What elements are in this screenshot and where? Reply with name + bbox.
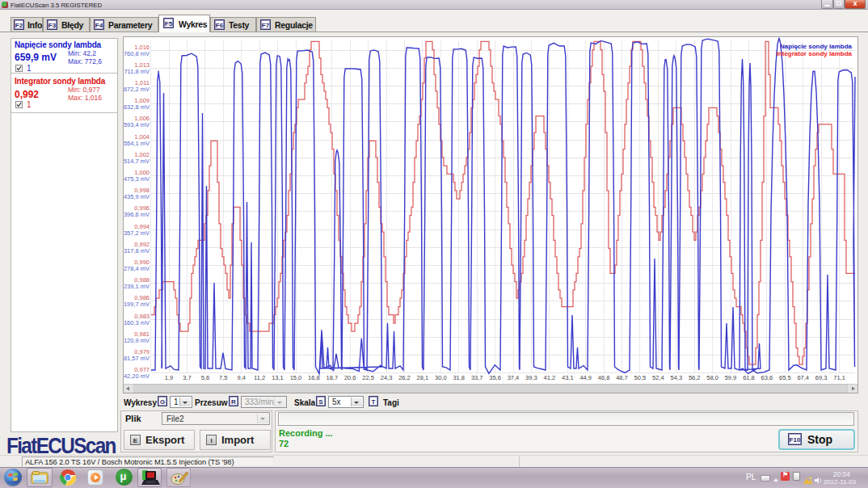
svg-text:Integrator sondy lambda: Integrator sondy lambda [777,50,853,57]
svg-text:160,3 mV: 160,3 mV [124,319,150,326]
svg-text:18,7: 18,7 [326,374,338,381]
svg-text:33,7: 33,7 [471,374,483,381]
svg-text:48,7: 48,7 [616,374,628,381]
svg-text:711,8 mV: 711,8 mV [124,68,150,75]
svg-text:65,5: 65,5 [779,374,791,381]
svg-text:357,2 mV: 357,2 mV [124,229,150,237]
svg-text:760,8 mV: 760,8 mV [124,50,150,57]
svg-text:41,2: 41,2 [543,374,555,381]
svg-text:42,20 mV: 42,20 mV [124,372,150,380]
svg-text:50,5: 50,5 [634,374,647,381]
svg-text:61,8: 61,8 [743,374,755,381]
svg-text:30,0: 30,0 [435,374,447,381]
svg-text:20,6: 20,6 [344,374,356,381]
svg-text:16,8: 16,8 [308,374,320,381]
svg-text:56,2: 56,2 [689,374,701,381]
svg-text:35,6: 35,6 [489,374,501,381]
svg-text:69,3: 69,3 [815,374,828,381]
svg-text:46,8: 46,8 [598,374,610,381]
svg-text:58,0: 58,0 [706,374,718,381]
svg-text:317,8 mV: 317,8 mV [124,247,150,255]
svg-text:3,7: 3,7 [183,374,191,381]
svg-text:Napięcie sondy lambda: Napięcie sondy lambda [780,43,852,50]
svg-text:43,1: 43,1 [562,374,574,381]
svg-text:15,0: 15,0 [290,374,302,381]
svg-text:71,1: 71,1 [833,374,845,381]
svg-text:44,9: 44,9 [579,374,592,381]
svg-text:67,4: 67,4 [797,374,809,381]
svg-text:475,3 mV: 475,3 mV [124,175,150,183]
svg-text:81,57 mV: 81,57 mV [124,355,150,362]
svg-text:24,3: 24,3 [381,374,393,381]
svg-text:593,4 mV: 593,4 mV [124,121,150,128]
svg-text:5,6: 5,6 [201,374,209,381]
svg-text:37,4: 37,4 [508,374,520,381]
svg-text:672,2 mV: 672,2 mV [124,86,150,93]
svg-text:239,1 mV: 239,1 mV [124,283,150,290]
svg-text:39,3: 39,3 [525,374,537,381]
svg-text:31,8: 31,8 [453,374,465,381]
svg-text:278,4 mV: 278,4 mV [124,265,150,272]
svg-text:59,9: 59,9 [725,374,737,381]
svg-text:632,8 mV: 632,8 mV [124,103,150,111]
svg-text:52,4: 52,4 [652,374,664,381]
svg-text:120,9 mV: 120,9 mV [124,337,150,344]
svg-text:396,6 mV: 396,6 mV [124,211,150,218]
svg-text:22,5: 22,5 [362,374,374,381]
svg-text:13,1: 13,1 [272,374,284,381]
svg-text:1,9: 1,9 [165,374,173,381]
svg-text:7,5: 7,5 [219,374,227,381]
svg-text:26,2: 26,2 [398,374,411,381]
svg-text:63,6: 63,6 [761,374,773,381]
svg-text:435,9 mV: 435,9 mV [124,193,150,200]
svg-text:9,4: 9,4 [237,374,245,381]
svg-text:199,7 mV: 199,7 mV [124,301,150,308]
svg-text:11,2: 11,2 [254,374,265,381]
svg-text:514,7 mV: 514,7 mV [124,158,150,165]
svg-text:54,3: 54,3 [670,374,682,381]
svg-text:554,1 mV: 554,1 mV [124,140,150,147]
svg-text:28,1: 28,1 [417,374,429,381]
